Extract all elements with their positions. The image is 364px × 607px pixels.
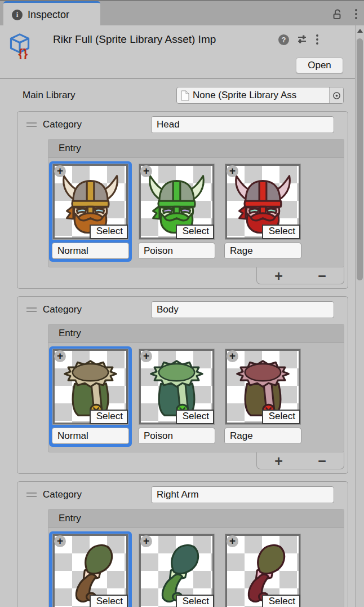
entry-name-input[interactable] — [224, 428, 301, 444]
tab-bar: i Inspector — [0, 0, 364, 25]
category-label: Category — [43, 304, 151, 315]
plus-badge-icon[interactable]: + — [227, 165, 238, 177]
sprite-thumbnail[interactable]: Select + — [53, 349, 128, 424]
entry-list-header: Entry — [48, 509, 344, 528]
header-menu-kebab-icon[interactable] — [315, 33, 319, 46]
entry-cell[interactable]: Select + — [49, 346, 132, 447]
sprite-thumbnail[interactable]: Select + — [139, 349, 214, 424]
object-picker-button[interactable] — [329, 87, 343, 103]
asset-header: {} Rikr Full (Sprite Library Asset) Imp … — [0, 25, 364, 79]
entry-name-input[interactable] — [52, 243, 129, 259]
asset-title: Rikr Full (Sprite Library Asset) Imp — [53, 32, 277, 47]
select-sprite-button[interactable]: Select — [262, 410, 300, 424]
plus-badge-icon[interactable]: + — [140, 350, 152, 362]
entry-cell[interactable]: Select + — [49, 531, 132, 607]
sprite-thumbnail[interactable]: Select + — [139, 534, 214, 607]
presets-icon[interactable] — [296, 34, 308, 45]
category-block-right-arm: Category Entry Select + Select — [17, 481, 348, 607]
entry-cell[interactable]: Select + — [135, 531, 218, 607]
drag-handle-icon[interactable] — [26, 492, 37, 497]
plus-badge-icon[interactable]: + — [140, 535, 152, 547]
entry-list: Entry Select + Select + — [48, 139, 344, 267]
unlock-icon[interactable] — [331, 8, 343, 20]
object-picker-icon — [332, 91, 341, 100]
add-entry-button[interactable]: + — [269, 455, 288, 467]
tab-menu-kebab-icon[interactable] — [354, 8, 358, 20]
entry-list-footer: + − — [256, 452, 344, 469]
main-library-object-field[interactable]: None (Sprite Library Ass — [176, 87, 344, 104]
sprite-thumbnail[interactable]: Select + — [225, 534, 300, 607]
plus-badge-icon[interactable]: + — [140, 165, 152, 177]
select-sprite-button[interactable]: Select — [262, 225, 300, 239]
vertical-scrollbar[interactable] — [355, 25, 364, 607]
main-library-value: None (Sprite Library Ass — [193, 90, 329, 101]
category-label: Category — [43, 119, 151, 130]
scrollbar-thumb[interactable] — [357, 38, 363, 280]
remove-entry-button[interactable]: − — [312, 270, 332, 281]
entry-name-input[interactable] — [138, 428, 215, 444]
drag-handle-icon[interactable] — [26, 307, 37, 312]
select-sprite-button[interactable]: Select — [90, 410, 128, 424]
add-entry-button[interactable]: + — [269, 270, 288, 281]
up-arrow-icon — [357, 29, 363, 33]
select-sprite-button[interactable]: Select — [176, 225, 214, 239]
help-icon[interactable]: ? — [278, 34, 289, 45]
entry-name-input[interactable] — [138, 243, 215, 259]
scroll-up-button[interactable] — [356, 25, 364, 36]
inspector-tab[interactable]: i Inspector — [3, 1, 100, 27]
inspector-content: Main Library None (Sprite Library Ass Ca… — [0, 79, 355, 607]
svg-text:{}: {} — [18, 46, 28, 59]
plus-badge-icon[interactable]: + — [227, 350, 238, 362]
sprite-thumbnail[interactable]: Select + — [225, 164, 300, 239]
select-sprite-button[interactable]: Select — [176, 595, 214, 607]
select-sprite-button[interactable]: Select — [90, 595, 128, 607]
plus-badge-icon[interactable]: + — [227, 535, 238, 547]
category-name-input[interactable] — [151, 301, 334, 318]
select-sprite-button[interactable]: Select — [90, 225, 128, 239]
sprite-library-asset-icon: {} — [8, 32, 32, 59]
open-button[interactable]: Open — [296, 58, 343, 73]
category-name-input[interactable] — [151, 486, 334, 503]
info-icon: i — [12, 10, 23, 20]
entry-name-input[interactable] — [52, 428, 129, 444]
entry-list-footer: + − — [256, 267, 344, 284]
asset-file-icon — [181, 90, 189, 101]
entry-list: Entry Select + Select + — [48, 509, 344, 607]
category-block-body: Category Entry Select + Select — [17, 296, 348, 474]
plus-badge-icon[interactable]: + — [54, 350, 66, 362]
entry-cell[interactable]: Select + — [221, 346, 304, 447]
sprite-thumbnail[interactable]: Select + — [53, 164, 128, 239]
entry-cell[interactable]: Select + — [135, 346, 218, 447]
select-sprite-button[interactable]: Select — [262, 595, 300, 607]
tab-title: Inspector — [28, 9, 69, 21]
entry-list-header: Entry — [48, 139, 344, 158]
entry-cell[interactable]: Select + — [221, 531, 304, 607]
category-name-input[interactable] — [151, 116, 334, 133]
category-block-head: Category Entry Select + Select — [17, 111, 348, 289]
main-library-label: Main Library — [23, 90, 176, 101]
sprite-thumbnail[interactable]: Select + — [53, 534, 128, 607]
plus-badge-icon[interactable]: + — [54, 535, 66, 547]
remove-entry-button[interactable]: − — [312, 455, 332, 467]
select-sprite-button[interactable]: Select — [176, 410, 214, 424]
sprite-thumbnail[interactable]: Select + — [225, 349, 300, 424]
entry-name-input[interactable] — [224, 243, 301, 259]
plus-badge-icon[interactable]: + — [54, 165, 66, 177]
entry-cell[interactable]: Select + — [135, 161, 218, 262]
drag-handle-icon[interactable] — [26, 122, 37, 127]
category-label: Category — [43, 489, 151, 500]
entry-cell[interactable]: Select + — [49, 161, 132, 262]
sprite-thumbnail[interactable]: Select + — [139, 164, 214, 239]
entry-list: Entry Select + Select + — [48, 324, 344, 452]
entry-cell[interactable]: Select + — [221, 161, 304, 262]
entry-list-header: Entry — [48, 324, 344, 343]
